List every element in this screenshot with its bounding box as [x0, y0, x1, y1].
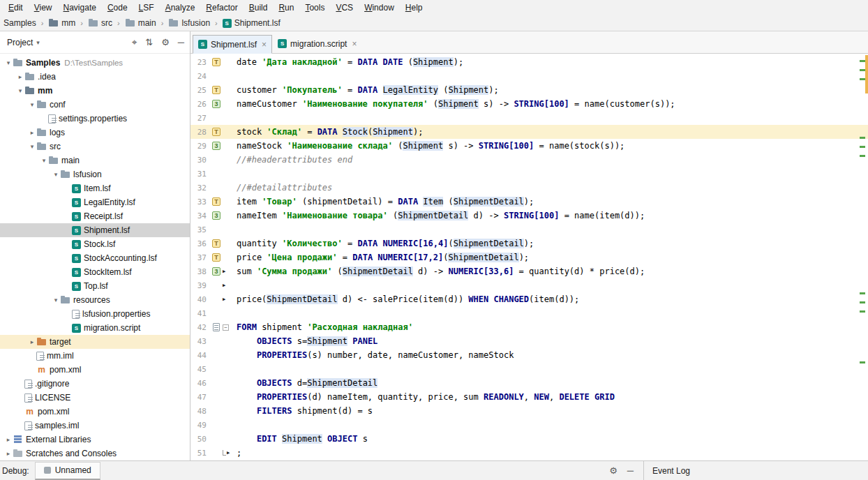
tree-row-samples[interactable]: ▾SamplesD:\Test\Samples — [0, 56, 190, 70]
close-icon[interactable]: × — [262, 40, 267, 50]
menu-item-run[interactable]: Run — [273, 1, 299, 14]
project-panel-title[interactable]: Project — [7, 38, 33, 47]
chevron-right-icon[interactable]: ▸ — [16, 73, 24, 80]
tree-row-pom-xml[interactable]: mpom.xml — [0, 405, 190, 419]
tree-row-pom-xml[interactable]: mpom.xml — [0, 363, 190, 377]
editor-line-37[interactable]: 37Tprice 'Цена продажи' = DATA NUMERIC[1… — [190, 250, 868, 264]
chevron-right-icon[interactable]: ▸ — [28, 129, 36, 136]
editor-line-49[interactable]: 49 — [190, 418, 868, 432]
chevron-right-icon[interactable]: ▸ — [4, 450, 13, 457]
menu-item-build[interactable]: Build — [244, 1, 274, 14]
locate-icon[interactable]: ⌖ — [132, 38, 137, 47]
chevron-down-icon[interactable]: ▾ — [36, 39, 40, 46]
editor-line-43[interactable]: 43 OBJECTS s=Shipment PANEL — [190, 334, 868, 348]
tree-row-mm[interactable]: ▾mm — [0, 84, 190, 98]
menu-item-code[interactable]: Code — [102, 1, 133, 14]
collapse-all-icon[interactable]: ⇅ — [145, 38, 153, 47]
tree-row-conf[interactable]: ▾conf — [0, 98, 190, 112]
editor-line-40[interactable]: 40▶price(ShipmentDetail d) <- salePrice(… — [190, 292, 868, 306]
editor-line-32[interactable]: 32//#detailattributes — [190, 181, 868, 195]
tree-row-top-lsf[interactable]: STop.lsf — [0, 279, 190, 293]
editor-line-34[interactable]: 343nameItem 'Наименование товара' (Shipm… — [190, 209, 868, 223]
tree-row-logs[interactable]: ▸logs — [0, 126, 190, 140]
breadcrumb-shipment-lsf[interactable]: SShipment.lsf — [220, 17, 283, 29]
breadcrumb-mm[interactable]: mm — [46, 17, 77, 29]
editor-line-47[interactable]: 47 PROPERTIES(d) nameItem, quantity, pri… — [190, 390, 868, 404]
debug-tab-unnamed[interactable]: Unnamed — [35, 462, 100, 480]
tree-row-src[interactable]: ▾src — [0, 140, 190, 153]
breadcrumb-samples[interactable]: Samples — [1, 17, 38, 29]
tree-row-item-lsf[interactable]: SItem.lsf — [0, 181, 190, 195]
tree-row-gitignore[interactable]: .gitignore — [0, 377, 190, 391]
editor-line-48[interactable]: 48 FILTERS shipment(d) = s — [190, 404, 868, 418]
tree-row-migration-script[interactable]: Smigration.script — [0, 321, 190, 335]
tree-row-lsfusion[interactable]: ▾lsfusion — [0, 167, 190, 181]
editor-line-51[interactable]: 51▶; — [190, 446, 868, 460]
tree-row-stockaccounting-lsf[interactable]: SStockAccounting.lsf — [0, 251, 190, 265]
editor-line-35[interactable]: 35 — [190, 223, 868, 237]
breadcrumb-lsfusion[interactable]: lsfusion — [166, 17, 212, 29]
chevron-right-icon[interactable]: ▸ — [4, 436, 13, 443]
tree-row-shipment-lsf[interactable]: SShipment.lsf — [0, 223, 190, 237]
chevron-down-icon[interactable]: ▾ — [52, 171, 60, 178]
chevron-down-icon[interactable]: ▾ — [28, 101, 36, 108]
fold-collapse-icon[interactable]: − — [223, 324, 229, 331]
editor-line-23[interactable]: 23Tdate 'Дата накладной' = DATA DATE (Sh… — [190, 55, 868, 69]
chevron-down-icon[interactable]: ▾ — [52, 297, 60, 303]
editor-line-42[interactable]: 42−FORM shipment 'Расходная накладная' — [190, 320, 868, 334]
breadcrumb-main[interactable]: main — [123, 17, 158, 29]
error-stripe[interactable] — [858, 54, 868, 460]
menu-item-lsf[interactable]: LSF — [133, 1, 160, 14]
event-log-panel[interactable]: Event Log — [643, 461, 868, 480]
menu-item-navigate[interactable]: Navigate — [58, 1, 102, 14]
tree-row-idea[interactable]: ▸.idea — [0, 70, 190, 84]
tree-row-settings-properties[interactable]: settings.properties — [0, 112, 190, 126]
menu-item-analyze[interactable]: Analyze — [160, 1, 201, 14]
menu-item-tools[interactable]: Tools — [299, 1, 330, 14]
hide-icon[interactable]: ─ — [178, 38, 184, 47]
editor-line-26[interactable]: 263nameCustomer 'Наименование покупателя… — [190, 97, 868, 111]
close-icon[interactable]: × — [352, 39, 357, 49]
chevron-down-icon[interactable]: ▾ — [4, 59, 13, 66]
editor-line-31[interactable]: 31 — [190, 167, 868, 181]
editor-line-36[interactable]: 36Tquantity 'Количество' = DATA NUMERIC[… — [190, 237, 868, 250]
menu-item-vcs[interactable]: VCS — [330, 1, 359, 14]
settings-icon[interactable]: ⚙ — [161, 38, 170, 47]
hide-icon[interactable]: ─ — [627, 466, 634, 475]
editor-line-39[interactable]: 39▶ — [190, 278, 868, 292]
editor-line-24[interactable]: 24 — [190, 69, 868, 83]
editor-tab-shipment-lsf[interactable]: SShipment.lsf× — [193, 35, 272, 54]
editor-line-25[interactable]: 25Tcustomer 'Покупатель' = DATA LegalEnt… — [190, 83, 868, 97]
editor-line-29[interactable]: 293nameStock 'Наименование склада' (Ship… — [190, 139, 868, 153]
editor-line-46[interactable]: 46 OBJECTS d=ShipmentDetail — [190, 376, 868, 390]
tree-row-stock-lsf[interactable]: SStock.lsf — [0, 237, 190, 251]
tree-row-receipt-lsf[interactable]: SReceipt.lsf — [0, 209, 190, 223]
editor-line-28[interactable]: 28Tstock 'Склад' = DATA Stock(Shipment); — [190, 125, 868, 139]
tree-row-samples-iml[interactable]: samples.iml — [0, 419, 190, 433]
editor-line-45[interactable]: 45 — [190, 362, 868, 376]
editor-line-38[interactable]: 383▶sum 'Сумма продажи' (ShipmentDetail … — [190, 264, 868, 278]
tree-row-lsfusion-properties[interactable]: lsfusion.properties — [0, 307, 190, 321]
editor-line-30[interactable]: 30//#headerattributes end — [190, 153, 868, 167]
tree-row-stockitem-lsf[interactable]: SStockItem.lsf — [0, 265, 190, 279]
chevron-down-icon[interactable]: ▾ — [28, 143, 36, 150]
chevron-down-icon[interactable]: ▾ — [16, 87, 24, 94]
chevron-right-icon[interactable]: ▸ — [28, 338, 36, 345]
breadcrumb-src[interactable]: src — [86, 17, 114, 29]
chevron-down-icon[interactable]: ▾ — [40, 157, 48, 164]
tree-row-target[interactable]: ▸target — [0, 335, 190, 349]
tree-row-mm-iml[interactable]: mm.iml — [0, 349, 190, 363]
tree-row-main[interactable]: ▾main — [0, 153, 190, 167]
gear-icon[interactable]: ⚙ — [609, 466, 618, 475]
editor-line-50[interactable]: 50 EDIT Shipment OBJECT s — [190, 432, 868, 446]
menu-item-view[interactable]: View — [29, 1, 58, 14]
editor-body[interactable]: 23Tdate 'Дата накладной' = DATA DATE (Sh… — [190, 54, 868, 460]
editor-line-41[interactable]: 41 — [190, 306, 868, 320]
menu-item-window[interactable]: Window — [359, 1, 400, 14]
editor-line-33[interactable]: 33Titem 'Товар' (shipmentDetail) = DATA … — [190, 195, 868, 209]
menu-item-edit[interactable]: Edit — [3, 1, 29, 14]
tree-row-legalentity-lsf[interactable]: SLegalEntity.lsf — [0, 195, 190, 209]
tree-row-scratches-and-consoles[interactable]: ▸Scratches and Consoles — [0, 447, 190, 460]
editor-tab-migration-script[interactable]: Smigration.script× — [272, 34, 362, 53]
editor-line-27[interactable]: 27 — [190, 111, 868, 125]
